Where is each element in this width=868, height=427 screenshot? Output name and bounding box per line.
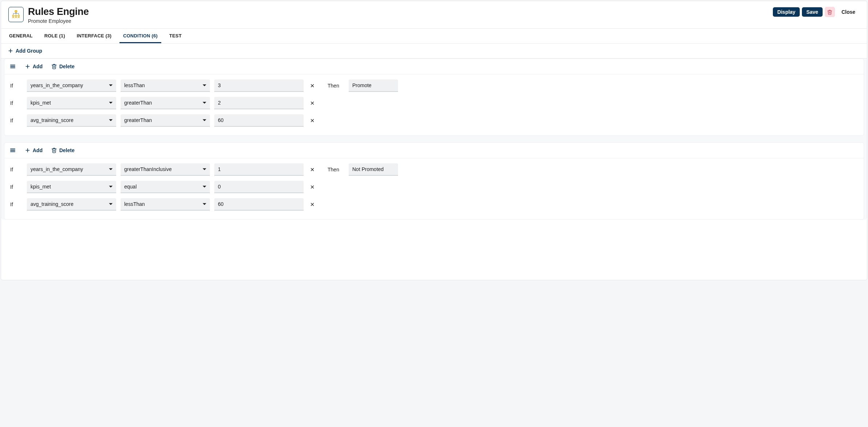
save-button[interactable]: Save <box>802 7 823 17</box>
remove-row-button[interactable] <box>308 165 317 174</box>
add-condition-label: Add <box>33 64 42 69</box>
group-body: If years_in_the_company greaterThanInclu… <box>4 158 864 219</box>
tab-role[interactable]: ROLE (1) <box>41 29 69 43</box>
add-condition-button[interactable]: Add <box>23 147 44 154</box>
close-icon <box>310 167 315 172</box>
group-body: If years_in_the_company lessThan 3 Then … <box>4 74 864 135</box>
page-subtitle: Promote Employee <box>28 18 773 24</box>
tab-condition[interactable]: CONDITION (6) <box>119 29 161 43</box>
trash-icon <box>51 64 57 69</box>
condition-group: Add Delete If years_in_the_company great… <box>4 142 864 220</box>
value-input[interactable]: 0 <box>214 181 304 193</box>
delete-group-label: Delete <box>59 147 74 153</box>
delete-group-button[interactable]: Delete <box>50 63 76 70</box>
if-label: If <box>10 202 23 207</box>
header-actions: Display Save Close <box>773 7 860 17</box>
field-select[interactable]: years_in_the_company <box>27 163 116 176</box>
svg-point-1 <box>12 15 14 17</box>
if-label: If <box>10 184 23 190</box>
condition-row: If kpis_met greaterThan 2 <box>10 97 858 109</box>
hamburger-icon <box>9 63 16 70</box>
condition-row: If avg_training_score lessThan 60 <box>10 198 858 211</box>
remove-row-button[interactable] <box>308 99 317 107</box>
value-input[interactable]: 2 <box>214 97 304 109</box>
rules-engine-icon <box>11 9 21 20</box>
if-label: If <box>10 83 23 89</box>
page-title: Rules Engine <box>28 6 773 17</box>
trash-icon <box>51 147 57 153</box>
close-icon <box>310 83 315 88</box>
page-container: Rules Engine Promote Employee Display Sa… <box>1 1 867 280</box>
delete-group-label: Delete <box>59 64 74 69</box>
condition-row: If kpis_met equal 0 <box>10 181 858 193</box>
close-icon <box>310 118 315 123</box>
plus-icon <box>8 48 13 54</box>
condition-row: If years_in_the_company greaterThanInclu… <box>10 163 858 176</box>
field-select[interactable]: avg_training_score <box>27 114 116 127</box>
condition-group: Add Delete If years_in_the_company lessT… <box>4 58 864 136</box>
svg-point-2 <box>15 15 17 17</box>
operator-select[interactable]: lessThan <box>121 80 210 92</box>
app-logo <box>8 7 24 22</box>
if-label: If <box>10 100 23 106</box>
then-label: Then <box>323 167 344 172</box>
remove-row-button[interactable] <box>308 183 317 191</box>
tab-general[interactable]: GENERAL <box>5 29 36 43</box>
value-input[interactable]: 1 <box>214 163 304 176</box>
add-condition-label: Add <box>33 147 42 153</box>
page-header: Rules Engine Promote Employee Display Sa… <box>1 1 867 29</box>
close-icon <box>310 101 315 106</box>
delete-group-button[interactable]: Delete <box>50 147 76 154</box>
outcome-input[interactable]: Promote <box>349 80 398 92</box>
close-icon <box>310 202 315 207</box>
tabs: GENERAL ROLE (1) INTERFACE (3) CONDITION… <box>1 29 867 44</box>
plus-icon <box>25 147 31 153</box>
trash-icon <box>827 9 832 15</box>
add-group-button[interactable]: Add Group <box>7 46 43 55</box>
if-label: If <box>10 167 23 172</box>
value-input[interactable]: 60 <box>214 114 304 127</box>
group-drag-handle[interactable] <box>8 146 17 154</box>
field-select[interactable]: years_in_the_company <box>27 80 116 92</box>
operator-select[interactable]: greaterThan <box>121 114 210 127</box>
group-drag-handle[interactable] <box>8 62 17 70</box>
content: Add Delete If years_in_the_company lessT… <box>1 58 867 220</box>
value-input[interactable]: 60 <box>214 198 304 211</box>
outcome-input[interactable]: Not Promoted <box>349 163 398 176</box>
add-condition-button[interactable]: Add <box>23 63 44 70</box>
hamburger-icon <box>9 147 16 154</box>
delete-rule-button[interactable] <box>825 7 835 17</box>
condition-row: If avg_training_score greaterThan 60 <box>10 114 858 127</box>
operator-select[interactable]: greaterThan <box>121 97 210 109</box>
svg-point-3 <box>18 15 20 17</box>
if-label: If <box>10 118 23 123</box>
condition-row: If years_in_the_company lessThan 3 Then … <box>10 80 858 92</box>
display-button[interactable]: Display <box>773 7 800 17</box>
field-select[interactable]: kpis_met <box>27 181 116 193</box>
add-group-label: Add Group <box>16 48 42 54</box>
close-icon <box>310 184 315 190</box>
close-button[interactable]: Close <box>837 7 860 17</box>
remove-row-button[interactable] <box>308 116 317 125</box>
operator-select[interactable]: equal <box>121 181 210 193</box>
then-label: Then <box>323 83 344 89</box>
plus-icon <box>25 64 31 69</box>
remove-row-button[interactable] <box>308 200 317 209</box>
field-select[interactable]: kpis_met <box>27 97 116 109</box>
value-input[interactable]: 3 <box>214 80 304 92</box>
operator-select[interactable]: lessThan <box>121 198 210 211</box>
title-block: Rules Engine Promote Employee <box>28 6 773 24</box>
toolbar: Add Group <box>1 44 867 58</box>
field-select[interactable]: avg_training_score <box>27 198 116 211</box>
svg-point-0 <box>15 11 17 13</box>
remove-row-button[interactable] <box>308 81 317 90</box>
tab-test[interactable]: TEST <box>166 29 185 43</box>
operator-select[interactable]: greaterThanInclusive <box>121 163 210 176</box>
group-header: Add Delete <box>4 59 864 74</box>
group-header: Add Delete <box>4 143 864 158</box>
tab-interface[interactable]: INTERFACE (3) <box>73 29 115 43</box>
